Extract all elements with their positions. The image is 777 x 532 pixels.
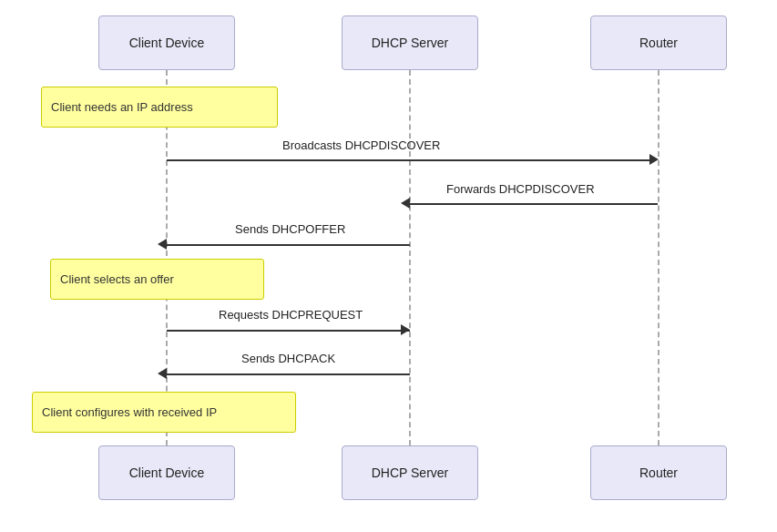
msg4-line <box>167 330 410 332</box>
msg1-line <box>167 159 649 161</box>
actor-dhcp-top: DHCP Server <box>342 15 478 70</box>
msg4-label: Requests DHCPREQUEST <box>219 308 363 322</box>
msg2-arrowhead <box>401 198 410 209</box>
actor-client-top-label: Client Device <box>129 36 204 50</box>
msg5-arrowhead <box>158 368 167 379</box>
note-client-configures: Client configures with received IP <box>32 392 296 433</box>
msg1-arrowhead <box>649 154 659 165</box>
note-client-selects-offer: Client selects an offer <box>50 259 264 300</box>
msg1-label: Broadcasts DHCPDISCOVER <box>282 138 440 152</box>
note-client-selects-offer-text: Client selects an offer <box>60 272 174 286</box>
actor-client-bottom: Client Device <box>98 445 235 500</box>
actor-dhcp-bottom-label: DHCP Server <box>372 466 449 480</box>
msg5-line <box>167 373 410 375</box>
actor-client-bottom-label: Client Device <box>129 466 204 480</box>
msg3-line <box>167 244 410 246</box>
note-client-configures-text: Client configures with received IP <box>42 405 217 419</box>
msg5-label: Sends DHCPACK <box>241 352 335 365</box>
lifeline-router <box>658 70 659 445</box>
msg3-label: Sends DHCPOFFER <box>235 222 345 236</box>
msg4-arrowhead <box>401 324 410 335</box>
msg2-line <box>410 203 658 205</box>
lifeline-dhcp <box>409 70 411 445</box>
msg3-arrowhead <box>158 239 167 250</box>
actor-router-top-label: Router <box>639 36 678 50</box>
msg2-label: Forwards DHCPDISCOVER <box>446 182 595 196</box>
sequence-diagram: Client Device DHCP Server Router Client … <box>0 0 777 532</box>
actor-client-top: Client Device <box>98 15 235 70</box>
actor-router-top: Router <box>590 15 727 70</box>
actor-dhcp-bottom: DHCP Server <box>342 445 478 500</box>
actor-dhcp-top-label: DHCP Server <box>372 36 449 50</box>
note-client-needs-ip-text: Client needs an IP address <box>51 100 193 114</box>
actor-router-bottom-label: Router <box>639 466 678 480</box>
actor-router-bottom: Router <box>590 445 727 500</box>
note-client-needs-ip: Client needs an IP address <box>41 87 278 128</box>
